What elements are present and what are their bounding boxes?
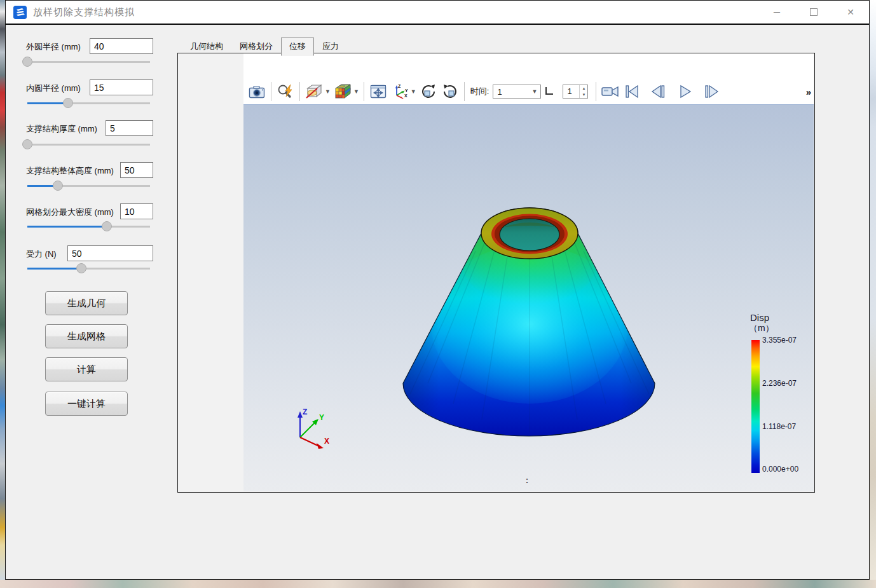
titlebar: 放样切除支撑结构模拟 ─ ✕ bbox=[6, 1, 869, 25]
camera-icon bbox=[248, 84, 266, 99]
support-height-label: 支撑结构整体高度 (mm) bbox=[26, 165, 114, 177]
toolbar-separator bbox=[464, 82, 465, 101]
colormap-button[interactable] bbox=[332, 81, 353, 102]
mesh-density-slider[interactable] bbox=[27, 221, 150, 231]
render-toolbar: ▼ bbox=[243, 79, 814, 104]
save-animation-button[interactable] bbox=[599, 81, 621, 102]
slider-handle[interactable] bbox=[53, 181, 63, 191]
calculate-button[interactable]: 计算 bbox=[45, 357, 128, 381]
toolbar-area: ▼ bbox=[243, 53, 814, 104]
zoom-to-data-button[interactable] bbox=[275, 81, 296, 102]
inner-radius-slider[interactable] bbox=[27, 98, 150, 108]
support-height-input[interactable] bbox=[120, 162, 153, 178]
maximize-icon bbox=[810, 8, 818, 16]
next-frame-icon bbox=[702, 84, 722, 99]
render-viewport[interactable]: Z Y X Disp （m） 3.355e-07 2.236e-07 1.118… bbox=[243, 104, 814, 491]
minimize-button[interactable]: ─ bbox=[758, 1, 795, 24]
force-input[interactable] bbox=[67, 245, 153, 261]
colorbar-gradient bbox=[751, 340, 760, 473]
fit-view-icon bbox=[369, 84, 387, 99]
toolbar-separator bbox=[271, 82, 271, 101]
chevron-down-icon: ▼ bbox=[531, 88, 540, 95]
toolbar-separator bbox=[596, 82, 596, 101]
desktop-edge-right bbox=[870, 0, 876, 580]
slider-handle[interactable] bbox=[22, 57, 32, 67]
rotate-cw-icon bbox=[420, 83, 437, 100]
tab-bar: 几何结构 网格划分 位移 应力 bbox=[182, 38, 347, 56]
support-thickness-label: 支撑结构厚度 (mm) bbox=[26, 123, 97, 135]
time-select[interactable]: 1 ▼ bbox=[493, 85, 541, 99]
inner-radius-label: 内圆半径 (mm) bbox=[26, 83, 81, 94]
time-label: 时间: bbox=[470, 86, 489, 97]
toggle-geometry-button[interactable] bbox=[303, 81, 325, 102]
close-icon: ✕ bbox=[847, 7, 854, 17]
chevron-down-icon[interactable]: ▼ bbox=[325, 88, 331, 95]
rotate-clockwise-button[interactable] bbox=[418, 81, 439, 102]
colorbar-tick-max: 3.355e-07 bbox=[762, 336, 797, 345]
close-button[interactable]: ✕ bbox=[832, 1, 869, 24]
camera-orientation-button[interactable]: Z Y X bbox=[389, 81, 411, 102]
app-window: 放样切除支撑结构模拟 ─ ✕ 外圆半径 (mm) 内圆半径 (mm) 支撑结构厚… bbox=[5, 0, 870, 580]
tab-geometry[interactable]: 几何结构 bbox=[182, 38, 231, 56]
play-icon bbox=[677, 84, 694, 99]
colorbar-title: Disp bbox=[750, 312, 769, 323]
zoom-lightning-icon bbox=[277, 83, 294, 100]
outer-radius-input[interactable] bbox=[90, 38, 153, 54]
svg-text:Z: Z bbox=[398, 84, 401, 88]
app-icon bbox=[13, 6, 27, 19]
spin-down-icon[interactable]: ▼ bbox=[580, 92, 587, 98]
colorbar-tick: 1.118e-07 bbox=[762, 422, 796, 431]
tab-stress[interactable]: 应力 bbox=[314, 38, 347, 56]
rotate-counterclockwise-button[interactable] bbox=[439, 81, 461, 102]
support-thickness-slider[interactable] bbox=[27, 139, 150, 149]
spin-up-icon[interactable]: ▲ bbox=[580, 85, 587, 92]
inner-radius-input[interactable] bbox=[90, 79, 153, 95]
colorbar-unit: （m） bbox=[749, 323, 774, 334]
outer-radius-label: 外圆半径 (mm) bbox=[26, 41, 81, 53]
frame-spinbox[interactable]: 1 ▲ ▼ bbox=[563, 85, 588, 99]
desktop-edge-bottom bbox=[0, 580, 876, 588]
chevron-down-icon[interactable]: ▼ bbox=[411, 88, 416, 95]
slider-handle[interactable] bbox=[22, 139, 32, 149]
window-title: 放样切除支撑结构模拟 bbox=[33, 6, 135, 18]
screenshot-button[interactable] bbox=[246, 81, 268, 102]
svg-text:Y: Y bbox=[405, 88, 408, 93]
toolbar-overflow-icon[interactable]: » bbox=[806, 86, 812, 97]
support-height-slider[interactable] bbox=[27, 181, 150, 191]
displacement-tab-panel: ▼ bbox=[177, 53, 815, 493]
mesh-density-input[interactable] bbox=[120, 203, 153, 219]
previous-frame-icon bbox=[649, 84, 668, 99]
svg-text:X: X bbox=[404, 93, 407, 98]
axis-triad-icon: Z Y X bbox=[298, 407, 329, 449]
chevron-down-icon[interactable]: ▼ bbox=[353, 88, 359, 95]
previous-frame-button[interactable] bbox=[648, 81, 669, 102]
maximize-button[interactable] bbox=[795, 1, 832, 24]
mesh-density-label: 网格划分最大密度 (mm) bbox=[26, 207, 114, 218]
slider-handle[interactable] bbox=[76, 263, 86, 273]
slider-handle[interactable] bbox=[63, 98, 73, 108]
generate-mesh-button[interactable]: 生成网格 bbox=[45, 324, 128, 348]
first-frame-button[interactable] bbox=[621, 81, 643, 102]
generate-geometry-button[interactable]: 生成几何 bbox=[45, 291, 128, 315]
one-click-calculate-button[interactable]: 一键计算 bbox=[45, 392, 128, 416]
force-slider[interactable] bbox=[27, 263, 150, 273]
force-label: 受力 (N) bbox=[26, 249, 57, 260]
fit-view-button[interactable] bbox=[367, 81, 389, 102]
loop-icon bbox=[544, 86, 555, 97]
slider-handle[interactable] bbox=[102, 221, 112, 231]
play-button[interactable] bbox=[674, 81, 696, 102]
svg-text:Y: Y bbox=[319, 413, 324, 422]
outer-radius-slider[interactable] bbox=[27, 57, 150, 67]
loop-toggle-button[interactable] bbox=[541, 81, 558, 102]
support-thickness-input[interactable] bbox=[106, 120, 153, 136]
minimize-icon: ─ bbox=[774, 7, 780, 17]
window-controls: ─ ✕ bbox=[758, 1, 869, 24]
svg-text:Z: Z bbox=[303, 407, 307, 416]
tab-displacement[interactable]: 位移 bbox=[281, 38, 314, 56]
hide-geometry-icon bbox=[305, 83, 324, 100]
tab-mesh[interactable]: 网格划分 bbox=[231, 38, 281, 56]
next-frame-button[interactable] bbox=[701, 81, 723, 102]
svg-text:X: X bbox=[324, 437, 329, 446]
toolbar-separator bbox=[364, 82, 364, 101]
viewport-status-text: : bbox=[526, 476, 528, 485]
